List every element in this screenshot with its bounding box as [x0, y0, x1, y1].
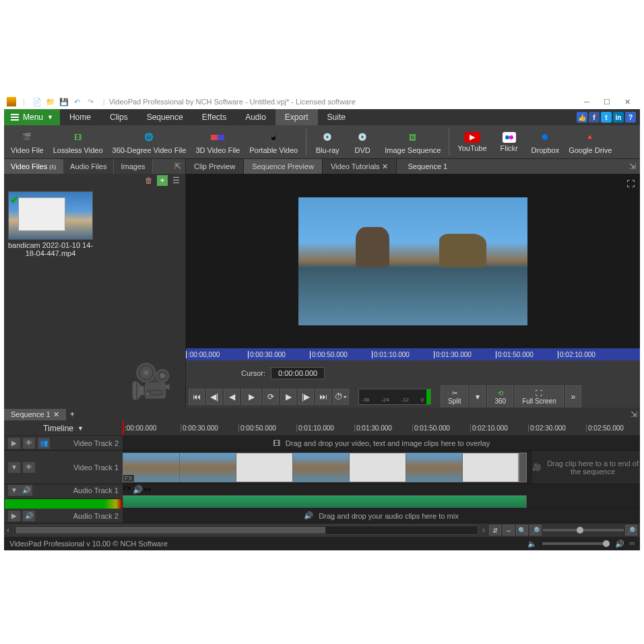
step-fwd-button[interactable]: ▶ [280, 389, 296, 405]
link-icon[interactable]: ⚯ [144, 485, 151, 494]
export-portable[interactable]: 📱Portable Video [245, 127, 302, 158]
prev-frame-button[interactable]: ◀| [206, 389, 222, 405]
menu-export[interactable]: Export [276, 109, 318, 125]
collapse-track-icon[interactable]: ▼ [8, 462, 20, 473]
window-title: VideoPad Professional by NCH Software - … [109, 98, 577, 106]
media-bin[interactable]: ✔ bandicam 2022-01-10 14-18-04-447.mp4 🎥 [4, 187, 185, 408]
scroll-right-icon[interactable]: › [482, 525, 485, 535]
goto-end-button[interactable]: ⏭ [315, 389, 331, 405]
expand-track-icon[interactable]: ▶ [8, 438, 20, 449]
sequence-name: Sequence 1 [397, 159, 458, 174]
preview-ruler[interactable]: :00:00,000 0:00:30.000 0:00:50.000 0:01:… [186, 348, 640, 360]
step-back-button[interactable]: ◀ [224, 389, 240, 405]
linkedin-icon[interactable]: in [613, 112, 624, 123]
like-icon[interactable]: 👍 [577, 112, 587, 123]
eye-icon[interactable]: 👁 [23, 438, 35, 449]
next-frame-button[interactable]: |▶ [298, 389, 314, 405]
menu-effects[interactable]: Effects [193, 109, 236, 125]
fullscreen-button[interactable]: ⛶Full Screen [515, 385, 564, 408]
export-video-file[interactable]: 🎬Video File [7, 127, 48, 158]
preview-viewport[interactable]: ⛶ [186, 174, 640, 348]
bin-list-icon[interactable]: ☰ [170, 175, 181, 186]
help-icon[interactable]: ? [625, 112, 636, 123]
zoom-max-icon[interactable]: 🔎 [625, 525, 637, 536]
open-icon[interactable]: 📁 [45, 96, 56, 107]
fit-icon[interactable]: ↔ [503, 525, 515, 536]
volume-up-icon[interactable]: 🔊 [615, 540, 624, 548]
menu-audio[interactable]: Audio [236, 109, 276, 125]
save-icon[interactable]: 💾 [59, 96, 69, 107]
redo-icon[interactable]: ↷ [86, 96, 96, 107]
video-track-body[interactable]: FX [123, 451, 532, 484]
audio-track-body[interactable]: FX🔊⚯ [123, 484, 640, 508]
export-lossless[interactable]: 🎞Lossless Video [49, 127, 107, 158]
volume-slider[interactable] [542, 542, 610, 545]
play-button[interactable]: ▶ [241, 389, 261, 405]
timeline-mode-label[interactable]: Timeline▼ [4, 421, 123, 435]
tab-video-files[interactable]: Video Files (1) [4, 159, 63, 174]
split-button[interactable]: ✂Split [441, 385, 468, 408]
export-image-seq[interactable]: 🖼Image Sequence [381, 127, 445, 158]
speaker-icon[interactable]: 🔊 [23, 511, 35, 521]
goto-start-button[interactable]: ⏮ [189, 389, 205, 405]
zoom-in-icon[interactable]: 🔎 [529, 525, 542, 536]
speed-button[interactable]: ⏱▾ [333, 389, 349, 405]
export-gdrive[interactable]: 🔺Google Drive [565, 127, 616, 158]
export-dropbox[interactable]: ⬢Dropbox [527, 127, 564, 158]
zoom-slider[interactable] [543, 529, 624, 532]
maximize-button[interactable]: ☐ [597, 94, 617, 109]
tab-clip-preview[interactable]: Clip Preview [186, 159, 244, 174]
tab-audio-files[interactable]: Audio Files [63, 159, 114, 174]
tab-video-tutorials[interactable]: Video Tutorials✕ [323, 159, 397, 174]
horizontal-scrollbar[interactable] [13, 525, 478, 535]
export-dvd[interactable]: 💿DVD [346, 127, 379, 158]
export-3d[interactable]: 3D Video File [191, 127, 244, 158]
facebook-icon[interactable]: f [589, 112, 600, 123]
close-button[interactable]: ✕ [617, 94, 637, 109]
speaker-icon[interactable]: 🔊 [20, 485, 32, 496]
video-clip[interactable]: FX [123, 453, 527, 482]
audio-clip[interactable] [123, 495, 527, 508]
bin-add-icon[interactable]: + [157, 175, 168, 186]
new-icon[interactable]: 📄 [32, 96, 42, 107]
people-icon[interactable]: 👥 [38, 438, 50, 449]
tab-sequence-preview[interactable]: Sequence Preview [244, 159, 323, 174]
export-flickr[interactable]: Flickr [492, 127, 526, 158]
export-360[interactable]: 🌐360-Degree Video File [108, 127, 191, 158]
popout-icon[interactable]: ⇲ [629, 162, 636, 171]
expand-track-icon[interactable]: ▶ [8, 511, 20, 521]
fx-icon[interactable]: FX [123, 485, 131, 494]
menu-suite[interactable]: Suite [318, 109, 355, 125]
menu-sequence[interactable]: Sequence [137, 109, 193, 125]
add-sequence-button[interactable]: + [66, 408, 79, 420]
collapse-v-icon[interactable]: ⇵ [489, 525, 501, 536]
tab-images[interactable]: Images [114, 159, 152, 174]
popout-icon[interactable]: ⇲ [631, 410, 637, 419]
split-dropdown[interactable]: ▾ [470, 385, 486, 408]
playhead[interactable] [123, 421, 124, 435]
bin-delete-icon[interactable]: 🗑 [143, 175, 154, 186]
expand-icon[interactable]: ⛶ [626, 179, 635, 189]
menu-clips[interactable]: Clips [100, 109, 137, 125]
360-button[interactable]: ⟲360 [487, 385, 513, 408]
loop-button[interactable]: ⟳ [263, 389, 279, 405]
export-youtube[interactable]: ▶YouTube [453, 127, 490, 158]
menu-button[interactable]: Menu ▼ [4, 109, 60, 125]
bin-item[interactable]: ✔ bandicam 2022-01-10 14-18-04-447.mp4 [8, 191, 93, 257]
more-button[interactable]: » [565, 385, 581, 408]
twitter-icon[interactable]: t [601, 112, 612, 123]
timeline-ruler[interactable]: :00:00.000 0:00:30.000 0:00:50.000 0:01:… [123, 421, 640, 435]
popout-icon[interactable]: ⇱ [174, 162, 181, 171]
menu-home[interactable]: Home [60, 109, 100, 125]
volume-down-icon[interactable]: 🔈 [527, 540, 537, 548]
speaker-icon[interactable]: 🔊 [133, 485, 143, 494]
sequence-tab[interactable]: Sequence 1✕ [4, 409, 66, 420]
scroll-left-icon[interactable]: ‹ [7, 525, 9, 535]
eye-icon[interactable]: 👁 [23, 462, 35, 473]
collapse-track-icon[interactable]: ▼ [8, 485, 20, 496]
export-bluray[interactable]: 💿Blu-ray [311, 127, 344, 158]
minimize-button[interactable]: ─ [577, 94, 597, 109]
zoom-out-icon[interactable]: 🔍 [516, 525, 528, 536]
undo-icon[interactable]: ↶ [72, 96, 83, 107]
settings-icon[interactable]: ⎶ [630, 540, 635, 548]
